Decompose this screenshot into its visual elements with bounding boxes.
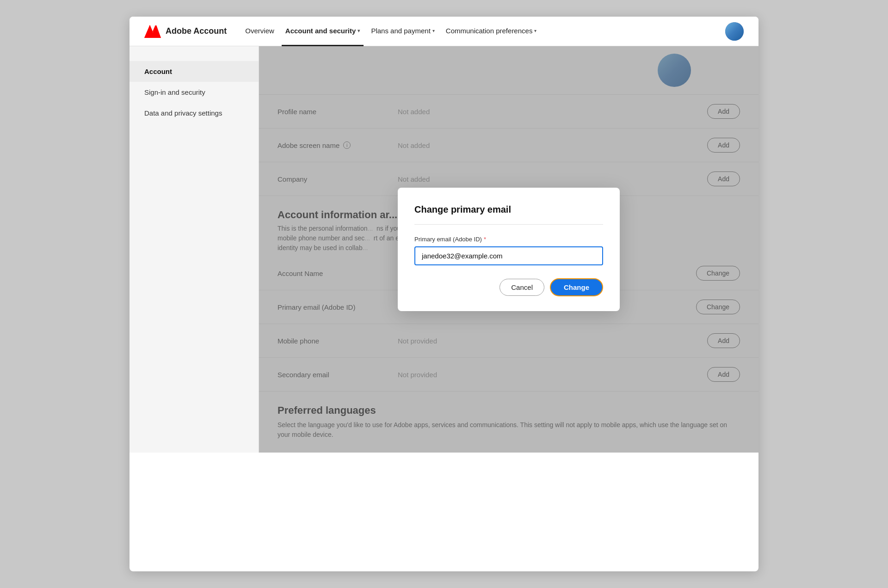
- cancel-button[interactable]: Cancel: [500, 279, 544, 296]
- avatar-image: [725, 22, 744, 41]
- modal-actions: Cancel Change: [414, 278, 603, 296]
- nav-overview[interactable]: Overview: [241, 17, 278, 46]
- change-email-modal: Change primary email Primary email (Adob…: [398, 188, 620, 311]
- nav-plans-payment[interactable]: Plans and payment ▾: [367, 17, 438, 46]
- modal-title: Change primary email: [414, 204, 603, 215]
- app-title: Adobe Account: [166, 26, 227, 36]
- modal-divider: [414, 224, 603, 225]
- nav-communication[interactable]: Communication preferences ▾: [442, 17, 541, 46]
- required-star: *: [484, 236, 486, 243]
- nav-items: Overview Account and security ▾ Plans an…: [241, 17, 710, 46]
- modal-overlay: Change primary email Primary email (Adob…: [259, 46, 758, 453]
- main-layout: Account Sign-in and security Data and pr…: [130, 46, 758, 453]
- chevron-down-icon: ▾: [432, 28, 435, 33]
- chevron-down-icon: ▾: [534, 28, 536, 33]
- avatar-area[interactable]: [725, 22, 744, 41]
- sidebar: Account Sign-in and security Data and pr…: [130, 46, 259, 453]
- chevron-down-icon: ▾: [358, 28, 360, 33]
- logo-area[interactable]: Adobe Account: [144, 25, 227, 38]
- change-button[interactable]: Change: [550, 278, 603, 296]
- sidebar-item-data-privacy[interactable]: Data and privacy settings: [130, 103, 259, 123]
- nav-account-security[interactable]: Account and security ▾: [282, 17, 364, 46]
- sidebar-item-account[interactable]: Account: [130, 61, 259, 82]
- sidebar-item-signin-security[interactable]: Sign-in and security: [130, 82, 259, 103]
- adobe-logo-icon: [144, 25, 161, 38]
- modal-email-label: Primary email (Adobe ID) *: [414, 236, 603, 243]
- content-area: Edit Profile name Not added Add Adobe sc…: [259, 46, 758, 453]
- top-nav: Adobe Account Overview Account and secur…: [130, 17, 758, 46]
- primary-email-input[interactable]: [414, 246, 603, 265]
- user-avatar[interactable]: [725, 22, 744, 41]
